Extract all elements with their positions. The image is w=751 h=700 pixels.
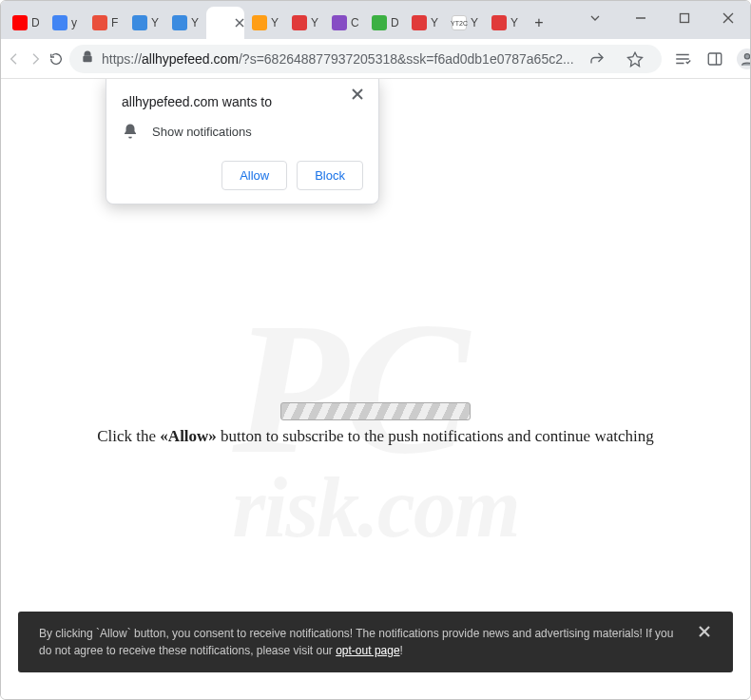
svg-marker-7 bbox=[627, 52, 642, 66]
tab-favicon bbox=[212, 15, 227, 30]
browser-tab[interactable]: y bbox=[47, 7, 85, 39]
tab-favicon bbox=[172, 15, 187, 30]
toolbar-icons bbox=[667, 45, 751, 73]
browser-tab[interactable]: YT2CY bbox=[446, 7, 484, 39]
permission-buttons: Allow Block bbox=[122, 161, 363, 190]
tab-label: Y bbox=[431, 16, 438, 29]
permission-item-label: Show notifications bbox=[152, 125, 252, 139]
browser-tab[interactable]: Y bbox=[286, 7, 324, 39]
chevron-down-icon[interactable] bbox=[573, 1, 617, 35]
tab-favicon bbox=[332, 15, 347, 30]
close-icon[interactable] bbox=[352, 88, 369, 106]
share-icon[interactable] bbox=[582, 45, 612, 73]
consent-close-icon[interactable] bbox=[699, 625, 718, 644]
back-button[interactable] bbox=[7, 45, 22, 73]
tab-favicon: YT2C bbox=[452, 15, 467, 30]
allow-button[interactable]: Allow bbox=[221, 161, 287, 190]
tab-label: D bbox=[391, 16, 398, 29]
window-controls bbox=[619, 1, 750, 35]
browser-tab[interactable]: P bbox=[206, 7, 244, 39]
tab-favicon bbox=[132, 15, 147, 30]
svg-point-13 bbox=[744, 53, 749, 58]
browser-tab[interactable]: Y bbox=[166, 7, 204, 39]
reload-button[interactable] bbox=[48, 45, 64, 73]
instruction-text: Click the «Allow» button to subscribe to… bbox=[97, 427, 653, 446]
new-tab-button[interactable]: + bbox=[526, 7, 552, 39]
block-button[interactable]: Block bbox=[297, 161, 363, 190]
browser-tab[interactable]: Y bbox=[406, 7, 444, 39]
address-bar[interactable]: https://allhypefeed.com/?s=6826488779372… bbox=[69, 45, 662, 73]
tab-favicon bbox=[252, 15, 267, 30]
bookmark-star-icon[interactable] bbox=[620, 45, 650, 73]
notification-permission-popup: allhypefeed.com wants to Show notificati… bbox=[106, 79, 379, 204]
browser-tab[interactable]: Y bbox=[486, 7, 524, 39]
maximize-button[interactable] bbox=[663, 1, 706, 35]
permission-title: allhypefeed.com wants to bbox=[122, 94, 363, 109]
tab-favicon bbox=[372, 15, 387, 30]
svg-rect-11 bbox=[708, 53, 722, 65]
page-content: PCrisk.com Click the «Allow» button to s… bbox=[1, 79, 750, 699]
permission-item: Show notifications bbox=[122, 123, 363, 140]
tab-label: y bbox=[71, 16, 77, 29]
tab-label: Y bbox=[271, 16, 279, 29]
tab-label: C bbox=[351, 16, 358, 29]
svg-rect-6 bbox=[83, 56, 91, 62]
browser-tab[interactable]: C bbox=[326, 7, 364, 39]
bell-icon bbox=[122, 123, 139, 140]
profile-avatar[interactable] bbox=[732, 45, 751, 73]
tab-favicon bbox=[12, 15, 28, 30]
tab-favicon bbox=[92, 15, 107, 30]
tab-label: Y bbox=[151, 16, 159, 29]
tab-label: Y bbox=[471, 16, 478, 29]
close-window-button[interactable] bbox=[706, 1, 750, 35]
browser-tab[interactable]: F bbox=[87, 7, 125, 39]
forward-button[interactable] bbox=[28, 45, 43, 73]
consent-banner: By clicking `Allow` button, you consent … bbox=[18, 612, 733, 672]
tab-label: D bbox=[31, 16, 39, 29]
url-text: https://allhypefeed.com/?s=6826488779372… bbox=[102, 51, 574, 67]
browser-toolbar: https://allhypefeed.com/?s=6826488779372… bbox=[1, 39, 750, 79]
tab-favicon bbox=[52, 15, 67, 30]
reading-list-icon[interactable] bbox=[667, 45, 698, 73]
browser-tab[interactable]: Y bbox=[246, 7, 284, 39]
tab-label: Y bbox=[510, 16, 518, 29]
tab-favicon bbox=[412, 15, 427, 30]
tab-favicon bbox=[491, 15, 507, 30]
svg-rect-1 bbox=[681, 14, 689, 23]
browser-tab[interactable]: D bbox=[366, 7, 404, 39]
tab-label: Y bbox=[191, 16, 199, 29]
loading-progress-bar bbox=[280, 402, 471, 420]
browser-window: DyFYYPYYCDYYT2CYY+ https://allhypefeed.c… bbox=[0, 0, 751, 700]
side-panel-icon[interactable] bbox=[700, 45, 730, 73]
opt-out-link[interactable]: opt-out page bbox=[336, 644, 399, 657]
minimize-button[interactable] bbox=[619, 1, 663, 35]
lock-icon bbox=[81, 50, 94, 67]
tab-label: F bbox=[111, 16, 118, 29]
tab-favicon bbox=[292, 15, 307, 30]
tab-label: Y bbox=[311, 16, 318, 29]
browser-tab[interactable]: D bbox=[7, 7, 45, 39]
browser-tab[interactable]: Y bbox=[126, 7, 164, 39]
tab-close-icon[interactable] bbox=[235, 18, 244, 28]
consent-text: By clicking `Allow` button, you consent … bbox=[39, 627, 673, 657]
